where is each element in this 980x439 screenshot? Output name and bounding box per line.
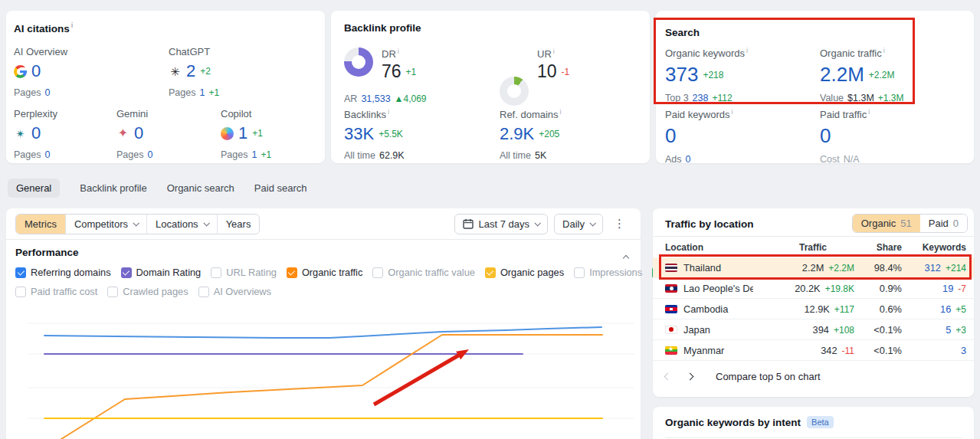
metric-checkbox[interactable]: Impressions [574,267,642,278]
table-row[interactable]: Cambodia 12.9K +117 0.6% 16 +5 [653,299,974,319]
stat-value[interactable]: 1 [238,123,247,143]
toggle-paid[interactable]: Paid 0 [920,215,967,232]
ai-citation-stat: ChatGPT 2 +2 Pages 1 +1 [169,46,219,98]
keywords-value[interactable]: 3 [961,345,966,356]
granularity-dropdown[interactable]: Daily [554,214,603,234]
keywords-value[interactable]: 312 [925,262,941,274]
pages-value[interactable]: 1 [199,87,205,98]
segment-competitors[interactable]: Competitors [66,215,147,234]
compare-top5-link[interactable]: Compare top 5 on chart [716,371,821,382]
toggle-organic[interactable]: Organic 51 [853,215,920,232]
metric-checkbox[interactable]: Domain Rating [121,267,202,278]
stat-label: Gemini [116,108,221,120]
segment-years[interactable]: Years [218,215,260,234]
stat-value[interactable]: 0 [134,123,143,143]
keywords-value[interactable]: 5 [946,324,951,336]
checkbox-box[interactable] [107,287,118,297]
pages-label: Pages [169,87,195,98]
ai-citations-title: AI citations [14,21,73,34]
metric-checkbox-row: Referring domains Domain Rating URL Rati… [15,267,713,278]
metric-checkbox[interactable]: Organic pages [485,267,564,278]
collapse-section-button[interactable] [624,250,628,264]
tab-backlink-profile[interactable]: Backlink profile [80,179,146,198]
location-name: Myanmar [683,345,724,356]
chart-toolbar: Metrics Competitors Locations Years Last… [15,213,630,234]
prev-page-icon[interactable] [664,373,672,381]
value-label: Value [820,93,844,103]
keywords-delta: -7 [958,283,966,294]
pages-label: Pages [221,149,247,160]
traffic-by-location-card: Traffic by location Organic 51 Paid 0 Lo… [653,208,974,397]
ads-value[interactable]: 0 [686,154,691,165]
organic-keywords-value[interactable]: 373 [665,63,698,87]
traffic-value: 394 [813,324,829,336]
metric-checkbox[interactable]: Organic traffic value [372,267,475,278]
info-icon [730,108,733,120]
dr-donut-chart [344,48,373,77]
stat-label: AI Overview [14,46,169,57]
checkbox-box[interactable] [372,267,383,278]
checkbox-box[interactable] [15,267,26,278]
ref-domains-value[interactable]: 2.9K [500,124,534,144]
pages-value[interactable]: 1 [251,149,257,160]
table-row[interactable]: Thailand 2.2M +2.2M 98.4% 312 +214 [653,257,974,278]
organic-traffic-value[interactable]: 2.2M [820,63,864,87]
cost-label: Cost [820,154,840,165]
checkbox-box[interactable] [574,267,585,278]
top3-value[interactable]: 238 [693,93,709,103]
metric-checkbox[interactable]: URL Rating [211,267,277,278]
keywords-value[interactable]: 19 [942,283,953,294]
stat-value[interactable]: 0 [31,123,41,143]
table-row[interactable]: Japan 394 +108 <0.1% 5 +3 [653,319,974,340]
paid-keywords-value[interactable]: 0 [665,124,676,148]
stat-value[interactable]: 2 [186,61,195,81]
pages-label: Pages [14,87,41,98]
table-row[interactable]: Myanmar 342 -11 <0.1% 3 [653,340,974,361]
checkbox-box[interactable] [15,287,26,297]
tab-organic-search[interactable]: Organic search [167,179,234,198]
metric-checkbox[interactable]: Organic traffic [287,267,362,278]
segment-metrics[interactable]: Metrics [16,215,66,234]
next-page-icon[interactable] [687,373,694,381]
alltime-label: All time [500,150,531,161]
tab-general[interactable]: General [8,179,60,198]
country-flag-icon [665,346,677,355]
metric-checkbox[interactable]: Referring domains [15,267,111,278]
stat-value[interactable]: 0 [31,61,41,81]
value-amount: $1.3M [847,93,874,103]
pages-value[interactable]: 0 [44,149,50,160]
checkbox-label: Domain Rating [136,267,202,278]
panel-divider [665,437,962,438]
paid-traffic-value[interactable]: 0 [820,124,831,148]
metric-checkbox[interactable]: Paid traffic cost [15,286,97,297]
table-row[interactable]: Lao People's Democratic Reput 20.2K +19.… [653,278,974,299]
pages-delta: +1 [208,87,219,98]
ar-value[interactable]: 31,533 [361,93,390,104]
kebab-menu-icon[interactable]: ⋮ [609,215,630,232]
pages-value[interactable]: 0 [44,87,50,98]
checkbox-box[interactable] [211,267,221,278]
metric-checkbox[interactable]: Crawled pages [107,286,188,297]
traffic-delta: +117 [834,304,854,315]
date-range-dropdown[interactable]: Last 7 days [454,214,549,234]
value-delta: +1.3M [878,93,904,103]
keywords-delta: +3 [955,325,966,336]
checkbox-box[interactable] [287,267,297,278]
country-flag-icon [665,284,677,293]
ai-citations-row2: Perplexity 0 Pages 0 Gemini [14,108,271,160]
checkbox-box[interactable] [121,267,132,278]
dr-delta: +1 [406,67,417,77]
panel-divider [653,236,974,237]
segment-locations[interactable]: Locations [147,215,218,234]
ai-citation-stat: Gemini 0 Pages 0 [116,108,221,160]
pages-value[interactable]: 0 [147,149,152,160]
metric-checkbox[interactable]: AI Overviews [198,286,271,297]
keywords-value[interactable]: 16 [940,303,951,315]
tab-paid-search[interactable]: Paid search [254,179,307,198]
ai-citation-stat: Copilot 1 +1 Pages 1 +1 [221,108,271,160]
backlinks-value[interactable]: 33K [344,124,374,144]
checkbox-box[interactable] [198,287,209,297]
checkbox-box[interactable] [485,267,496,278]
traffic-value: 342 [821,345,837,356]
checkbox-label: Organic traffic value [388,267,475,278]
